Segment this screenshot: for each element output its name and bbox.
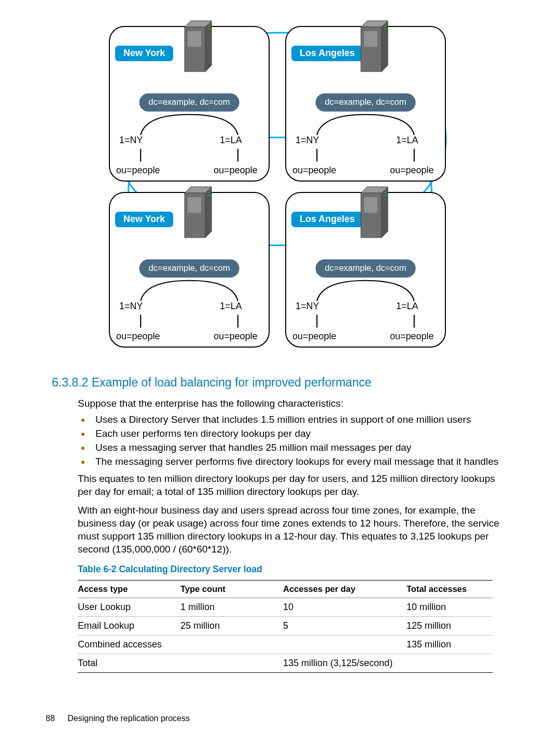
th-total-accesses: Total accesses	[407, 580, 493, 598]
svg-rect-14	[364, 31, 377, 47]
server-icon	[358, 18, 391, 75]
load-table: Access type Type count Accesses per day …	[78, 580, 493, 673]
svg-rect-23	[188, 197, 201, 213]
svg-rect-32	[364, 197, 377, 213]
svg-point-35	[385, 195, 386, 196]
svg-marker-22	[205, 187, 212, 238]
server-box-bottom-right: Los Angeles dc=example, dc=com	[285, 192, 446, 348]
cell: 10 million	[407, 598, 493, 616]
svg-point-16	[385, 26, 386, 27]
svg-marker-4	[205, 21, 212, 72]
table-row: User Lookup 1 million 10 10 million	[78, 598, 493, 616]
cell: 10	[283, 598, 407, 616]
server-icon	[181, 184, 215, 241]
svg-rect-5	[188, 31, 201, 47]
summary-paragraph-1: This equates to ten million directory lo…	[78, 472, 508, 498]
summary-paragraph-2: With an eight-hour business day and user…	[78, 504, 508, 556]
svg-marker-31	[382, 187, 388, 238]
page-footer: 88 Designing the replication process	[46, 714, 190, 723]
svg-point-7	[208, 26, 210, 27]
ou-left-label: ou=people	[116, 331, 160, 342]
ou-right-label: ou=people	[214, 165, 258, 176]
characteristics-list: Uses a Directory Server that includes 1.…	[78, 413, 508, 468]
dc-pill: dc=example, dc=com	[139, 93, 240, 112]
list-item: Uses a Directory Server that includes 1.…	[78, 413, 508, 426]
table-row: Email Lookup 25 million 5 125 million	[78, 616, 493, 635]
server-label: Los Angeles	[291, 212, 363, 227]
server-label: New York	[115, 212, 173, 227]
dc-pill: dc=example, dc=com	[139, 259, 240, 278]
svg-point-26	[208, 195, 210, 196]
branch-left-label: 1=NY	[119, 301, 143, 312]
server-label: New York	[115, 46, 173, 61]
ou-right-label: ou=people	[390, 165, 434, 176]
cell: 125 million	[407, 616, 493, 635]
branch-left-label: 1=NY	[119, 135, 143, 146]
page-number: 88	[46, 714, 55, 723]
table-row: Total 135 million (3,125/second)	[78, 654, 493, 672]
footer-title: Designing the replication process	[67, 714, 190, 723]
th-accesses-day: Accesses per day	[283, 580, 407, 598]
svg-point-8	[208, 29, 210, 30]
server-box-top-right: Los Angeles dc=example, dc=com	[285, 26, 446, 182]
server-box-bottom-left: New York dc=example, dc=com	[109, 192, 270, 348]
cell: Email Lookup	[78, 616, 180, 635]
section-heading: 6.3.8.2 Example of load balancing for im…	[52, 376, 508, 390]
server-label: Los Angeles	[291, 46, 363, 61]
branch-left-label: 1=NY	[296, 301, 319, 312]
cell: User Lookup	[78, 598, 180, 616]
svg-point-6	[208, 23, 210, 25]
cell: 25 million	[180, 616, 283, 635]
cell	[407, 654, 493, 672]
cell: 135 million	[407, 635, 493, 654]
branch-right-label: 1=LA	[220, 301, 242, 312]
svg-point-33	[385, 189, 386, 191]
ou-left-label: ou=people	[292, 165, 337, 176]
ou-right-label: ou=people	[390, 331, 434, 342]
list-item: Each user performs ten directory lookups…	[78, 427, 508, 440]
list-item: Uses a messaging server that handles 25 …	[78, 441, 508, 454]
svg-point-15	[385, 23, 386, 25]
cell: 5	[283, 616, 407, 635]
table-header-row: Access type Type count Accesses per day …	[78, 580, 493, 598]
server-icon	[181, 18, 215, 75]
branch-left-label: 1=NY	[296, 135, 319, 146]
replication-diagram: New York dc=example, dc=com	[109, 26, 451, 358]
table-row: Combined accesses 135 million	[78, 635, 493, 654]
dc-pill: dc=example, dc=com	[316, 93, 416, 112]
branch-right-label: 1=LA	[220, 135, 242, 146]
branch-right-label: 1=LA	[396, 301, 418, 312]
table-caption: Table 6-2 Calculating Directory Server l…	[78, 564, 508, 575]
svg-point-24	[208, 189, 210, 191]
server-box-top-left: New York dc=example, dc=com	[109, 26, 270, 182]
th-access-type: Access type	[78, 580, 180, 598]
server-icon	[358, 184, 391, 241]
cell: 135 million (3,125/second)	[283, 654, 407, 672]
intro-paragraph: Suppose that the enterprise has the foll…	[78, 397, 508, 410]
cell: 1 million	[180, 598, 283, 616]
ou-left-label: ou=people	[116, 165, 160, 176]
th-type-count: Type count	[180, 580, 283, 598]
ou-right-label: ou=people	[214, 331, 258, 342]
svg-point-25	[208, 192, 210, 194]
cell: Combined accesses	[78, 635, 180, 654]
dc-pill: dc=example, dc=com	[316, 259, 416, 278]
svg-point-17	[385, 29, 386, 30]
cell	[180, 635, 283, 654]
document-page: New York dc=example, dc=com	[0, 0, 560, 746]
svg-marker-13	[382, 21, 388, 72]
svg-point-34	[385, 192, 386, 194]
cell: Total	[78, 654, 180, 672]
ou-left-label: ou=people	[292, 331, 337, 342]
cell	[180, 654, 283, 672]
cell	[283, 635, 407, 654]
list-item: The messaging server performs five direc…	[78, 455, 508, 468]
branch-right-label: 1=LA	[396, 135, 418, 146]
